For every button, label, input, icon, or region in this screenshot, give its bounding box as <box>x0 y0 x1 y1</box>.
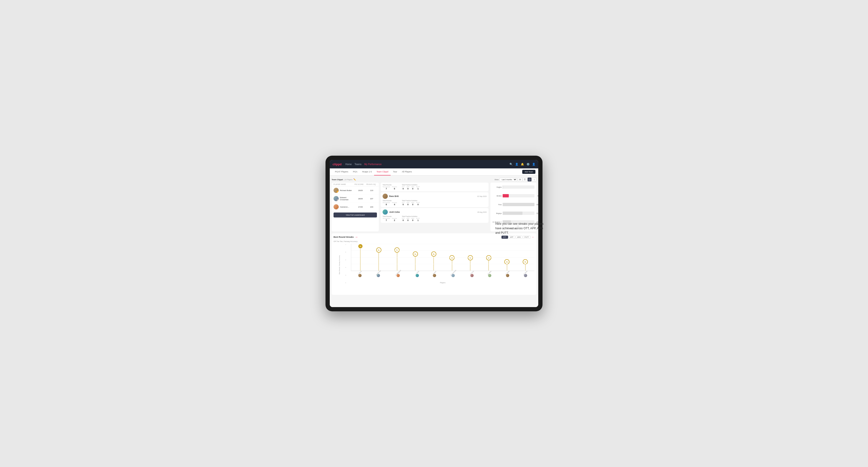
nav-logo: clippd <box>333 162 342 166</box>
streak-dot-britt: 5x <box>431 251 436 257</box>
bar-count-birdies: 96 <box>537 195 538 197</box>
nav-item-performance[interactable]: My Performance <box>364 163 381 165</box>
player-info-cameron: 3 Cameron... <box>334 204 354 210</box>
streak-col-butler: 3x <box>504 259 509 271</box>
tournament-val-first: 7 <box>385 187 387 190</box>
avatar-josh-coles <box>382 210 388 215</box>
tabs: PGAT Players PGA Hcaps 1-5 Team Clippd T… <box>333 168 522 176</box>
tab-team-clippd[interactable]: Team Clippd <box>374 168 391 176</box>
bar-label-bogeys: Bogeys <box>492 213 502 214</box>
bar-label-eagles: Eagles <box>492 186 502 188</box>
tab-pgat[interactable]: PGAT Players <box>333 168 350 176</box>
team-header: Team Clippd | 14 Players ✏️ Show Last 3 … <box>332 177 536 182</box>
main-content: Team Clippd | 14 Players ✏️ Show Last 3 … <box>330 176 538 307</box>
bell-icon[interactable]: 🔔 <box>521 163 524 166</box>
practice-activities-label-first: Total Practice Activities <box>402 184 420 186</box>
tab-hcaps[interactable]: Hcaps 1-5 <box>360 168 374 176</box>
rank-badge-1: 1 <box>337 191 339 193</box>
avatar-icon[interactable]: 👤 <box>532 163 535 166</box>
add-team-button[interactable]: Add Team <box>522 170 535 174</box>
bar-count-bogeys: 311 <box>536 213 538 214</box>
nav-item-teams[interactable]: Teams <box>354 163 361 165</box>
players-name-axis: E. Elvert B. McHerg D. Billingham <box>351 272 534 277</box>
rank-badge-3: 3 <box>337 207 339 210</box>
bar-container-bogeys: 311 <box>503 212 534 215</box>
streak-line-quick <box>525 264 526 271</box>
streak-line-ford <box>470 260 470 271</box>
streak-col-miller: 4x <box>486 255 491 271</box>
bar-chart: Eagles 3 Birdies <box>492 184 534 224</box>
table-row: 3 Cameron... 17/20 103 <box>332 203 379 211</box>
date-josh-coles: 26 Aug 2023 <box>477 211 487 213</box>
player-info-butler: 1 Richard Butler <box>334 188 354 193</box>
streak-line-coles <box>415 257 415 271</box>
streak-tab-ott[interactable]: OTT <box>501 236 508 239</box>
streaks-title: Best Round Streaks <box>334 236 354 238</box>
detail-view-button[interactable]: ◫ <box>527 177 532 182</box>
view-full-leaderboard-button[interactable]: View Full Leaderboard <box>334 213 377 217</box>
list-view-button[interactable]: ☰ <box>523 177 527 182</box>
date-rees-britt: 02 Sep 2023 <box>477 195 487 197</box>
streaks-bars: 7x 6x 6x <box>351 244 534 271</box>
table-row: 1 Richard Butler 19/20 110 <box>332 186 379 195</box>
search-icon[interactable]: 🔍 <box>509 163 513 166</box>
sort-view-button[interactable]: ↕ <box>532 177 536 182</box>
streaks-chart-wrapper: Best Streak, Fairway Accuracy 7 6 5 4 3 … <box>334 244 534 293</box>
rank-badge-2: 2 <box>337 199 339 201</box>
player-axis-coles: J. Coles <box>415 272 420 277</box>
streak-dot-billingham: 6x <box>394 247 400 253</box>
bar-container-eagles: 3 <box>503 185 534 189</box>
y-ticks: 7 6 5 4 3 0 <box>345 244 348 283</box>
table-header: PLAYER NAME PB SCORE PB AVG SQ <box>332 183 379 186</box>
pb-avg-crossman: 107 <box>366 198 377 200</box>
bar-container-pars: 499 <box>503 203 534 206</box>
streak-line-elvert <box>360 249 361 271</box>
settings-icon[interactable]: ⚙️ <box>526 163 530 166</box>
team-name-label: Team Clippd <box>332 179 343 181</box>
streaks-tabs: OTT APP ARG PUTT ← <box>501 236 534 239</box>
tab-all-players[interactable]: All Players <box>400 168 414 176</box>
streak-tab-putt[interactable]: PUTT <box>523 236 530 239</box>
streak-tab-app[interactable]: APP <box>508 236 515 239</box>
bar-fill-birdies <box>503 194 509 197</box>
avatar-crossman: 2 <box>334 196 339 201</box>
player-axis-crossman: E. Crossman <box>450 272 457 277</box>
bar-label-pars: Pars <box>492 204 502 206</box>
streak-col-billingham: 6x <box>394 247 400 271</box>
name-rees-britt: Rees Britt <box>389 195 399 197</box>
avatar-rees-britt <box>382 194 388 199</box>
avatar-butler: 1 <box>334 188 339 193</box>
nav-items: Home Teams My Performance <box>345 163 509 165</box>
streak-col-britt: 5x <box>431 251 436 271</box>
tab-pga[interactable]: PGA <box>350 168 360 176</box>
streak-col-quick: 3x <box>523 259 528 271</box>
nav-item-home[interactable]: Home <box>345 163 352 165</box>
streak-dot-miller: 4x <box>486 255 491 260</box>
show-label: Show <box>494 179 499 181</box>
streak-dot-crossman: 4x <box>450 255 455 260</box>
arrow-indicator[interactable]: ← <box>355 235 359 239</box>
y-tick-7: 7 <box>345 244 348 245</box>
y-axis-label: Best Streak, Fairway Accuracy <box>339 262 340 274</box>
navbar: clippd Home Teams My Performance 🔍 👤 🔔 ⚙… <box>330 160 538 168</box>
player-axis-miller: M. Miller <box>487 272 492 277</box>
date-range-select[interactable]: Last 3 months <box>500 178 517 181</box>
player-axis-mcherg: B. McHerg <box>375 272 381 277</box>
bar-container-birdies: 96 <box>503 194 534 197</box>
streak-dot-elvert: 7x <box>358 244 363 249</box>
grid-view-button[interactable]: ⊞ <box>518 177 522 182</box>
avatar-cameron: 3 <box>334 204 339 210</box>
person-icon[interactable]: 👤 <box>515 163 519 166</box>
x-axis-title: Players <box>351 282 534 283</box>
player-axis-butler: R. Butler <box>505 272 510 277</box>
streak-tab-arg[interactable]: ARG <box>516 236 522 239</box>
player-cards-panel: Total Rounds Tournament 7 Practice <box>381 183 489 231</box>
tab-tour[interactable]: Tour <box>391 168 400 176</box>
streaks-section: Best Round Streaks ← OTT APP ARG PUTT ← … <box>332 233 536 295</box>
streak-dot-coles: 5x <box>413 251 418 257</box>
bar-fill-bogeys <box>503 212 522 215</box>
col-player-name: PLAYER NAME <box>334 184 354 185</box>
y-tick-0: 0 <box>345 282 348 283</box>
edit-icon[interactable]: ✏️ <box>353 178 356 181</box>
player-name-crossman: Edward Crossman <box>340 196 354 201</box>
